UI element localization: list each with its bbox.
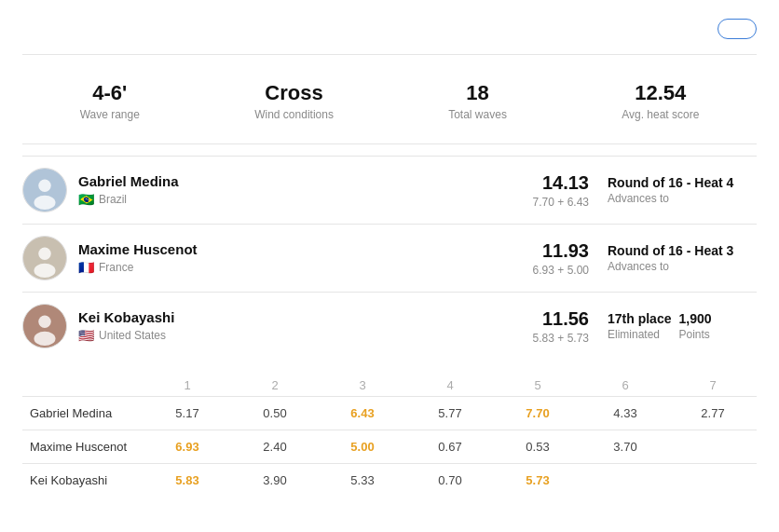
score-cell-0-5: 4.33 (581, 397, 669, 430)
stat-item: 4-6' Wave range (80, 81, 140, 121)
score-cell-2-3: 0.70 (406, 464, 494, 498)
score-cell-1-1: 2.40 (231, 430, 319, 464)
score-cell-2-6 (669, 464, 757, 498)
athlete-result: Round of 16 - Heat 3 Advances to (608, 243, 757, 273)
highlighted-score: 7.70 (526, 406, 549, 420)
athlete-score-breakdown: 7.70 + 6.43 (533, 196, 589, 209)
score-cell-0-2: 6.43 (319, 397, 406, 430)
result-status: Advances to (608, 260, 733, 273)
scores-table-row: Gabriel Medina5.170.506.435.777.704.332.… (22, 397, 757, 430)
athlete-country: 🇺🇸 United States (78, 328, 533, 343)
result-row: Round of 16 - Heat 4 Advances to (608, 175, 757, 205)
stat-value: 18 (448, 81, 507, 105)
score-cell-1-2: 5.00 (319, 430, 406, 464)
athlete-row: Maxime Huscenot 🇫🇷 France 11.93 6.93 + 5… (22, 224, 757, 292)
stat-item: 12.54 Avg. heat score (622, 81, 699, 121)
scores-col-1: 1 (144, 375, 231, 397)
scores-athlete-name: Maxime Huscenot (22, 430, 144, 464)
highlighted-score: 6.93 (175, 440, 198, 454)
athlete-score-section: 11.56 5.83 + 5.73 (533, 308, 589, 345)
athlete-score-section: 11.93 6.93 + 5.00 (533, 240, 589, 277)
scores-col-6: 6 (581, 375, 669, 397)
scores-col-4: 4 (406, 375, 494, 397)
scores-table-row: Maxime Huscenot6.932.405.000.670.533.70 (22, 430, 757, 464)
page-header (22, 19, 757, 39)
score-cell-1-3: 0.67 (406, 430, 494, 464)
header-divider (22, 54, 757, 55)
scores-col-name (22, 375, 144, 397)
stat-item: 18 Total waves (448, 81, 507, 121)
stat-label: Wave range (80, 108, 140, 121)
score-cell-2-1: 3.90 (231, 464, 319, 498)
scores-col-5: 5 (494, 375, 581, 397)
highlighted-score: 6.43 (350, 406, 374, 420)
athlete-name: Maxime Huscenot (78, 241, 533, 257)
result-row: 17th place Eliminated 1,900Points (608, 311, 757, 341)
result-row: Round of 16 - Heat 3 Advances to (608, 243, 757, 273)
athlete-total-score: 11.56 (533, 308, 589, 330)
score-cell-0-6: 2.77 (669, 397, 757, 430)
scores-section: 1234567 Gabriel Medina5.170.506.435.777.… (22, 375, 757, 497)
svg-point-7 (38, 316, 50, 328)
athlete-result: Round of 16 - Heat 4 Advances to (608, 175, 757, 205)
athlete-info: Maxime Huscenot 🇫🇷 France (78, 241, 533, 275)
svg-point-2 (34, 196, 56, 210)
result-points: 1,900 (678, 311, 711, 326)
country-flag: 🇧🇷 (78, 192, 94, 207)
result-details: Round of 16 - Heat 4 Advances to (608, 175, 733, 205)
score-cell-1-5: 3.70 (581, 430, 669, 464)
athlete-avatar (22, 236, 67, 280)
score-cell-0-4: 7.70 (494, 397, 581, 430)
score-cell-0-3: 5.77 (406, 397, 494, 430)
athlete-total-score: 11.93 (533, 240, 589, 262)
athlete-score-breakdown: 5.83 + 5.73 (533, 332, 589, 345)
score-cell-0-0: 5.17 (144, 397, 231, 430)
stat-label: Total waves (448, 108, 507, 121)
score-cell-0-1: 0.50 (231, 397, 319, 430)
athletes-section: Gabriel Medina 🇧🇷 Brazil 14.13 7.70 + 6.… (22, 156, 757, 360)
athlete-score-section: 14.13 7.70 + 6.43 (533, 172, 589, 209)
athlete-total-score: 14.13 (533, 172, 589, 194)
country-flag: 🇫🇷 (78, 260, 94, 275)
athlete-score-breakdown: 6.93 + 5.00 (533, 264, 589, 277)
country-flag: 🇺🇸 (78, 328, 94, 343)
stat-item: Cross Wind conditions (254, 81, 334, 121)
score-cell-1-4: 0.53 (494, 430, 581, 464)
scores-table: 1234567 Gabriel Medina5.170.506.435.777.… (22, 375, 757, 497)
scores-table-row: Kei Kobayashi5.833.905.330.705.73 (22, 464, 757, 498)
scores-col-7: 7 (669, 375, 757, 397)
stats-row: 4-6' Wave range Cross Wind conditions 18… (22, 66, 757, 132)
svg-point-4 (38, 248, 50, 260)
athlete-name: Gabriel Medina (78, 173, 533, 189)
score-cell-2-2: 5.33 (319, 464, 406, 498)
country-name: Brazil (99, 193, 127, 206)
result-status: Eliminated (608, 328, 671, 341)
athlete-row: Gabriel Medina 🇧🇷 Brazil 14.13 7.70 + 6.… (22, 156, 757, 224)
result-details: 17th place Eliminated (608, 311, 671, 341)
svg-point-5 (34, 264, 56, 278)
highlighted-score: 5.73 (526, 473, 549, 487)
result-round: Round of 16 - Heat 4 (608, 175, 733, 190)
country-name: United States (99, 329, 166, 342)
score-cell-1-6 (669, 430, 757, 464)
scores-table-body: Gabriel Medina5.170.506.435.777.704.332.… (22, 397, 757, 498)
svg-point-1 (38, 180, 50, 192)
points-label: Points (678, 328, 711, 341)
result-points-section: 1,900Points (678, 311, 711, 341)
scores-col-2: 2 (231, 375, 319, 397)
scores-athlete-name: Kei Kobayashi (22, 464, 144, 498)
score-cell-2-5 (581, 464, 669, 498)
stat-value: 12.54 (622, 81, 699, 105)
stats-divider (22, 143, 757, 144)
athlete-info: Gabriel Medina 🇧🇷 Brazil (78, 173, 533, 207)
watch-replay-button[interactable] (718, 19, 757, 39)
athlete-avatar (22, 304, 67, 348)
athlete-result: 17th place Eliminated 1,900Points (608, 311, 757, 341)
stat-value: Cross (254, 81, 334, 105)
athlete-row: Kei Kobayashi 🇺🇸 United States 11.56 5.8… (22, 292, 757, 360)
highlighted-score: 5.00 (350, 440, 374, 454)
stat-value: 4-6' (80, 81, 140, 105)
result-status: Advances to (608, 192, 733, 205)
svg-point-8 (34, 332, 56, 346)
stat-label: Wind conditions (254, 108, 334, 121)
